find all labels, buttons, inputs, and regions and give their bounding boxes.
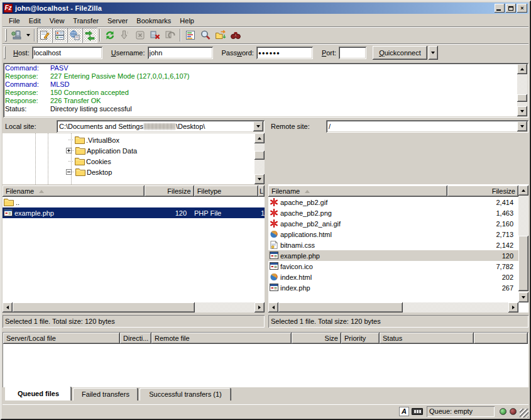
file-search-button[interactable] — [198, 28, 213, 43]
menu-transfer[interactable]: Transfer — [68, 16, 103, 26]
scroll-up-button[interactable] — [517, 64, 527, 74]
toggle-remote-tree-button[interactable] — [67, 28, 82, 43]
minimize-button[interactable] — [495, 4, 505, 13]
remote-list-vscrollbar[interactable] — [518, 185, 528, 302]
file-row[interactable]: favicon.ico7,782 — [268, 261, 518, 272]
process-queue-button[interactable] — [118, 28, 133, 43]
close-button[interactable]: × — [517, 4, 527, 13]
quickconnect-button[interactable]: Quickconnect — [373, 46, 427, 60]
local-list-hscrollbar[interactable] — [3, 302, 265, 312]
column-header-filetype[interactable]: Filetype — [194, 185, 258, 197]
password-label: Password: — [222, 49, 254, 57]
quickconnect-grip[interactable] — [4, 47, 6, 59]
queue-column-direction[interactable]: Directi... — [120, 333, 151, 344]
menu-help[interactable]: Help — [175, 16, 199, 26]
tree-item-desktop[interactable]: Desktop — [66, 167, 112, 177]
menu-bookmarks[interactable]: Bookmarks — [132, 16, 175, 26]
column-header-filename[interactable]: Filename — [268, 185, 447, 197]
host-input[interactable] — [32, 47, 102, 59]
site-manager-dropdown-button[interactable] — [24, 28, 32, 43]
tab-successful-transfers[interactable]: Successful transfers (1) — [140, 388, 231, 401]
toggle-local-tree-button[interactable] — [52, 28, 67, 43]
tab-failed-transfers[interactable]: Failed transfers — [73, 388, 138, 401]
title-bar[interactable]: Fz john@localhost - FileZilla × — [3, 3, 528, 14]
column-header-filesize[interactable]: Filesize — [145, 185, 194, 197]
synchronized-browsing-button[interactable] — [213, 28, 228, 43]
scrollbar-thumb[interactable] — [518, 236, 528, 291]
file-row[interactable]: apache_pb2.gif2,414 — [268, 197, 518, 207]
log-scrollbar[interactable] — [517, 64, 527, 116]
file-row[interactable]: apache_pb2_ani.gif2,160 — [268, 218, 518, 229]
file-row[interactable]: index.html202 — [268, 272, 518, 282]
maximize-button[interactable] — [506, 4, 516, 13]
queue-column-priority[interactable]: Priority — [341, 333, 380, 344]
column-header-lastmodified[interactable]: L — [258, 185, 265, 197]
sort-ascending-icon — [39, 190, 44, 193]
expand-plus-icon[interactable] — [66, 148, 72, 153]
cancel-button[interactable] — [133, 28, 148, 43]
local-tree-scrollbar[interactable] — [255, 133, 265, 184]
file-row[interactable]: bitnami.css2,142 — [268, 240, 518, 250]
scrollbar-thumb[interactable] — [13, 302, 195, 312]
scrollbar-thumb[interactable] — [517, 94, 527, 102]
queue-column-remote-file[interactable]: Remote file — [151, 333, 292, 344]
queue-column-server-local[interactable]: Server/Local file — [3, 333, 120, 344]
quickconnect-dropdown-button[interactable] — [429, 46, 438, 60]
toolbar-grip[interactable] — [5, 29, 7, 41]
file-row-example-php[interactable]: example.php120 — [268, 250, 518, 261]
menu-edit[interactable]: Edit — [25, 16, 45, 26]
scroll-down-button[interactable] — [518, 292, 528, 302]
remote-site-combo[interactable]: / — [326, 120, 528, 133]
site-manager-button[interactable] — [9, 28, 24, 43]
resize-grip[interactable] — [520, 409, 528, 417]
local-site-dropdown-button[interactable] — [253, 121, 263, 131]
collapse-minus-icon[interactable] — [66, 169, 72, 175]
css-file-icon — [270, 241, 278, 249]
directory-listing-filters-button[interactable] — [183, 28, 198, 43]
menu-server[interactable]: Server — [103, 16, 132, 26]
column-header-filesize[interactable]: Filesize — [447, 185, 518, 197]
tree-item-application-data[interactable]: Application Data — [66, 145, 137, 156]
reconnect-button[interactable] — [163, 28, 178, 43]
disconnect-button[interactable] — [148, 28, 163, 43]
tree-item-virtualbox[interactable]: .VirtualBox — [68, 135, 119, 145]
local-site-combo[interactable]: C:\Documents and Settings\Desktop\ — [57, 120, 265, 133]
remote-site-dropdown-button[interactable] — [517, 121, 527, 131]
scroll-right-button[interactable] — [255, 302, 265, 312]
encryption-indicator-icon[interactable] — [412, 408, 423, 415]
scrollbar-thumb[interactable] — [278, 302, 403, 312]
remote-site-row: Remote site: / — [268, 120, 528, 133]
file-row[interactable]: applications.html2,713 — [268, 229, 518, 240]
username-input[interactable] — [148, 47, 213, 59]
file-row-parent-dir[interactable]: .. — [3, 197, 265, 207]
scrollbar-thumb[interactable] — [255, 151, 265, 160]
local-file-list: Filename Filesize Filetype L .. example.… — [3, 185, 265, 312]
file-search-icon — [200, 30, 211, 41]
scroll-right-button[interactable] — [508, 302, 518, 312]
toggle-message-log-button[interactable] — [37, 28, 52, 43]
password-input[interactable] — [256, 47, 313, 59]
menu-file[interactable]: File — [4, 16, 25, 26]
queue-column-size[interactable]: Size — [292, 333, 341, 344]
file-row[interactable]: index.php267 — [268, 282, 518, 293]
queue-column-status[interactable]: Status — [380, 333, 474, 344]
menu-view[interactable]: View — [45, 16, 69, 26]
scroll-down-button[interactable] — [517, 106, 527, 116]
file-row[interactable]: apache_pb2.png1,463 — [268, 207, 518, 218]
toggle-transfer-queue-button[interactable] — [82, 28, 97, 43]
column-header-filename[interactable]: Filename — [3, 185, 145, 197]
remote-list-hscrollbar[interactable] — [268, 302, 518, 312]
scroll-down-button[interactable] — [255, 174, 265, 184]
scroll-left-button[interactable] — [268, 302, 278, 312]
scroll-up-button[interactable] — [255, 133, 265, 143]
transfer-type-indicator-icon[interactable]: A — [399, 407, 409, 416]
local-list-status: Selected 1 file. Total size: 120 bytes — [3, 315, 265, 328]
port-input[interactable] — [339, 47, 366, 59]
scroll-up-button[interactable] — [518, 185, 528, 196]
tree-item-cookies[interactable]: Cookies — [68, 156, 111, 167]
find-button[interactable] — [228, 28, 243, 43]
tab-queued-files[interactable]: Queued files — [5, 387, 72, 401]
scroll-left-button[interactable] — [3, 302, 13, 312]
file-row-example-php[interactable]: example.php 120 PHP File 1 — [3, 207, 265, 218]
refresh-button[interactable] — [102, 28, 118, 43]
